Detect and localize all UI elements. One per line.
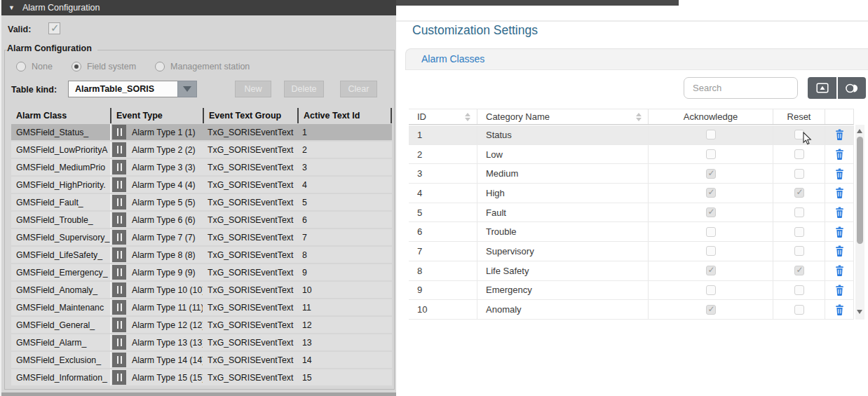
acknowledge-checkbox[interactable]: [706, 266, 716, 275]
pause-bars-icon[interactable]: [112, 177, 126, 192]
image-export-button[interactable]: [808, 77, 836, 99]
tab-alarm-classes[interactable]: Alarm Classes: [406, 49, 484, 69]
table-row[interactable]: 2Low: [409, 145, 853, 165]
reset-checkbox[interactable]: [794, 246, 804, 256]
pause-bars-icon[interactable]: [112, 142, 126, 157]
vertical-scrollbar[interactable]: [855, 125, 864, 320]
delete-row-button[interactable]: [825, 222, 853, 241]
table-row[interactable]: 4High: [409, 184, 853, 203]
pause-bars-icon[interactable]: [112, 230, 126, 245]
valid-checkbox[interactable]: [48, 22, 60, 34]
table-kind-value[interactable]: AlarmTable_SORIS: [68, 81, 177, 97]
table-row[interactable]: GMSField_Anomaly_Alarm Type 10 (10)TxG_S…: [11, 282, 392, 298]
delete-row-button[interactable]: [825, 300, 853, 319]
pause-bars-icon[interactable]: [112, 282, 126, 297]
reset-checkbox[interactable]: [794, 305, 804, 315]
table-kind-dropdown[interactable]: AlarmTable_SORIS: [68, 81, 197, 97]
table-row[interactable]: GMSField_Supervisory_Alarm Type 7 (7)TxG…: [11, 229, 392, 245]
table-row[interactable]: GMSField_HighPriority.Alarm Type 4 (4)Tx…: [11, 177, 392, 193]
active-text-id-cell: 12: [297, 317, 392, 333]
pause-bars-icon[interactable]: [112, 247, 126, 262]
table-row[interactable]: GMSField_Emergency_Alarm Type 9 (9)TxG_S…: [11, 264, 392, 280]
radio-field-system[interactable]: Field system: [72, 62, 136, 71]
reset-checkbox[interactable]: [794, 149, 804, 159]
pause-bars-icon[interactable]: [112, 335, 126, 350]
column-header-category-name[interactable]: Category Name: [477, 109, 649, 124]
id-cell: 1: [409, 125, 477, 144]
table-row[interactable]: GMSField_Exclusion_Alarm Type 14 (14)TxG…: [11, 352, 392, 368]
delete-row-button[interactable]: [825, 164, 853, 183]
new-button[interactable]: New: [235, 81, 271, 97]
search-input[interactable]: [684, 77, 798, 99]
table-row[interactable]: 6Trouble: [409, 222, 853, 242]
reset-checkbox[interactable]: [794, 227, 804, 237]
table-row[interactable]: 9Emergency: [409, 281, 853, 301]
delete-row-button[interactable]: [825, 145, 853, 164]
radio-none[interactable]: None: [16, 62, 53, 71]
acknowledge-checkbox[interactable]: [706, 207, 716, 217]
acknowledge-cell: [649, 184, 773, 203]
table-row[interactable]: 1Status: [409, 125, 853, 145]
classes-table-header: ID Category Name Acknowledge Reset: [409, 109, 854, 125]
clear-button[interactable]: Clear: [340, 81, 377, 97]
pause-bars-icon[interactable]: [112, 318, 126, 332]
delete-row-button[interactable]: [825, 242, 853, 261]
divider: [396, 20, 868, 22]
acknowledge-checkbox[interactable]: [706, 169, 716, 179]
acknowledge-checkbox[interactable]: [706, 149, 716, 159]
scroll-up-icon[interactable]: [857, 129, 862, 133]
table-row[interactable]: GMSField_Alarm_Alarm Type 13 (13)TxG_SOR…: [11, 334, 392, 350]
acknowledge-checkbox[interactable]: [706, 130, 716, 139]
table-row[interactable]: 5Fault: [409, 203, 853, 223]
table-row[interactable]: GMSField_Trouble_Alarm Type 6 (6)TxG_SOR…: [11, 212, 392, 228]
pause-bars-icon[interactable]: [112, 195, 126, 210]
pause-bars-icon[interactable]: [112, 212, 126, 227]
pause-bars-icon[interactable]: [112, 300, 126, 315]
pause-bars-icon[interactable]: [112, 370, 126, 385]
table-row[interactable]: GMSField_Fault_Alarm Type 5 (5)TxG_SORIS…: [11, 194, 392, 210]
table-row[interactable]: 3Medium: [409, 164, 853, 184]
table-row[interactable]: GMSField_MediumPrioAlarm Type 3 (3)TxG_S…: [11, 159, 392, 175]
delete-button[interactable]: Delete: [284, 81, 324, 97]
delete-row-button[interactable]: [825, 261, 853, 280]
reset-checkbox[interactable]: [794, 188, 804, 198]
table-row[interactable]: GMSField_Information_Alarm Type 15 (15)T…: [11, 369, 392, 385]
pause-bars-icon[interactable]: [112, 353, 126, 367]
radio-management-station[interactable]: Management station: [155, 62, 250, 71]
acknowledge-checkbox[interactable]: [706, 188, 716, 198]
table-row[interactable]: GMSField_LowPriorityAAlarm Type 2 (2)TxG…: [11, 142, 392, 158]
acknowledge-checkbox[interactable]: [706, 305, 716, 315]
delete-row-button[interactable]: [825, 281, 853, 300]
event-type-cell: Alarm Type 9 (9): [110, 264, 203, 280]
scroll-down-icon[interactable]: [857, 310, 862, 314]
pause-bars-icon[interactable]: [112, 125, 126, 139]
delete-row-button[interactable]: [825, 125, 853, 144]
id-cell: 5: [409, 203, 477, 222]
table-row[interactable]: 8Life Safety: [409, 261, 853, 281]
column-header-id[interactable]: ID: [409, 109, 477, 124]
table-row[interactable]: GMSField_General_Alarm Type 12 (12)TxG_S…: [11, 317, 392, 333]
pause-bars-icon[interactable]: [112, 265, 126, 280]
reset-checkbox[interactable]: [794, 169, 804, 179]
table-row[interactable]: GMSField_MaintenancAlarm Type 11 (11)TxG…: [11, 299, 392, 315]
dropdown-arrow-button[interactable]: [177, 81, 197, 97]
table-row[interactable]: GMSField_Status_Alarm Type 1 (1)TxG_SORI…: [11, 124, 392, 140]
event-type-text: Alarm Type 14 (14): [132, 355, 203, 365]
reset-checkbox[interactable]: [794, 207, 804, 217]
acknowledge-checkbox[interactable]: [706, 285, 716, 295]
reset-checkbox[interactable]: [794, 266, 804, 275]
delete-row-button[interactable]: [825, 203, 853, 222]
table-row[interactable]: 10Anomaly: [409, 300, 853, 320]
reset-checkbox[interactable]: [794, 285, 804, 295]
toggle-view-button[interactable]: [838, 77, 866, 99]
acknowledge-checkbox[interactable]: [706, 227, 716, 237]
acknowledge-checkbox[interactable]: [706, 246, 716, 256]
table-row[interactable]: GMSField_LifeSafety_Alarm Type 8 (8)TxG_…: [11, 247, 392, 263]
pause-bars-icon[interactable]: [112, 160, 126, 175]
alarm-configuration-panel-header[interactable]: ▼ Alarm Configuration: [1, 0, 398, 15]
table-row[interactable]: 7Supervisory: [409, 242, 853, 261]
scrollbar-thumb[interactable]: [857, 137, 863, 244]
triangle-down-icon[interactable]: ▼: [8, 4, 15, 11]
groupbox-title: Alarm Configuration: [7, 43, 97, 53]
delete-row-button[interactable]: [825, 184, 853, 203]
